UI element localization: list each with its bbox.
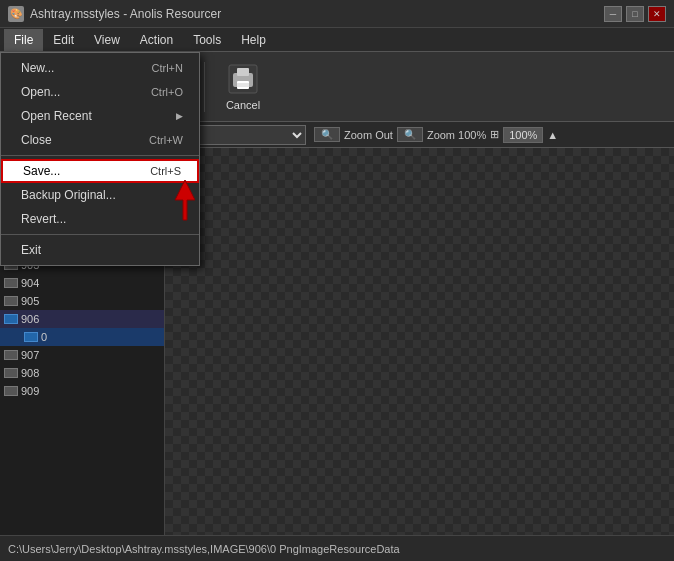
menu-save[interactable]: Save... Ctrl+S [1, 159, 199, 183]
zoom-out-button[interactable]: 🔍 [314, 127, 340, 142]
resource-icon [4, 368, 18, 378]
close-button[interactable]: ✕ [648, 6, 666, 22]
minimize-button[interactable]: ─ [604, 6, 622, 22]
new-shortcut: Ctrl+N [152, 62, 183, 74]
zoom-fit-icon: ⊞ [490, 128, 499, 141]
zoom-in-button[interactable]: 🔍 [397, 127, 423, 142]
zoom-percent: 100% [503, 127, 543, 143]
app-icon: 🎨 [8, 6, 24, 22]
resource-icon [4, 296, 18, 306]
window-title: Ashtray.msstyles - Anolis Resourcer [30, 7, 604, 21]
status-text: C:\Users\Jerry\Desktop\Ashtray.msstyles,… [8, 543, 400, 555]
list-item-906-0[interactable]: 0 [0, 328, 164, 346]
menu-view[interactable]: View [84, 29, 130, 51]
svg-rect-15 [237, 68, 249, 76]
list-item[interactable]: 908 [0, 364, 164, 382]
menu-separator-1 [1, 155, 199, 156]
menu-exit[interactable]: Exit [1, 238, 199, 262]
open-shortcut: Ctrl+O [151, 86, 183, 98]
save-shortcut: Ctrl+S [150, 165, 181, 177]
list-item-906[interactable]: 906 [0, 310, 164, 328]
menu-open[interactable]: Open... Ctrl+O [1, 80, 199, 104]
file-dropdown-menu: New... Ctrl+N Open... Ctrl+O Open Recent… [0, 52, 200, 266]
save-label: Save... [23, 164, 60, 178]
new-label: New... [21, 61, 54, 75]
menu-revert[interactable]: Revert... [1, 207, 199, 231]
resource-icon [4, 386, 18, 396]
image-viewer [165, 148, 674, 535]
cancel-button[interactable]: Cancel [213, 58, 273, 116]
list-item[interactable]: 904 [0, 274, 164, 292]
zoom-100-label: Zoom 100% [427, 129, 486, 141]
cancel-label: Cancel [226, 99, 260, 111]
status-bar: C:\Users\Jerry\Desktop\Ashtray.msstyles,… [0, 535, 674, 561]
zoom-scroll: ▲ [547, 129, 558, 141]
open-recent-label: Open Recent [21, 109, 92, 123]
checkerboard-background [165, 148, 674, 535]
menu-file[interactable]: File [4, 29, 43, 51]
cancel-icon [227, 63, 259, 95]
menu-close[interactable]: Close Ctrl+W [1, 128, 199, 152]
menu-help[interactable]: Help [231, 29, 276, 51]
zoom-out-label: Zoom Out [344, 129, 393, 141]
title-bar: 🎨 Ashtray.msstyles - Anolis Resourcer ─ … [0, 0, 674, 28]
resource-icon [24, 332, 38, 342]
resource-icon [4, 278, 18, 288]
restore-button[interactable]: □ [626, 6, 644, 22]
resource-icon [4, 314, 18, 324]
menu-open-recent[interactable]: Open Recent [1, 104, 199, 128]
close-shortcut: Ctrl+W [149, 134, 183, 146]
list-item[interactable]: 905 [0, 292, 164, 310]
close-label: Close [21, 133, 52, 147]
menu-edit[interactable]: Edit [43, 29, 84, 51]
menu-bar: File Edit View Action Tools Help [0, 28, 674, 52]
zoom-controls: 🔍 Zoom Out 🔍 Zoom 100% ⊞ 100% ▲ [314, 127, 558, 143]
menu-new[interactable]: New... Ctrl+N [1, 56, 199, 80]
list-item[interactable]: 909 [0, 382, 164, 400]
menu-tools[interactable]: Tools [183, 29, 231, 51]
backup-label: Backup Original... [21, 188, 116, 202]
list-item[interactable]: 907 [0, 346, 164, 364]
resource-icon [4, 350, 18, 360]
exit-label: Exit [21, 243, 41, 257]
window-controls: ─ □ ✕ [604, 6, 666, 22]
revert-label: Revert... [21, 212, 66, 226]
open-label: Open... [21, 85, 60, 99]
svg-rect-16 [237, 81, 249, 89]
menu-action[interactable]: Action [130, 29, 183, 51]
menu-backup[interactable]: Backup Original... [1, 183, 199, 207]
toolbar-separator [204, 62, 205, 112]
menu-separator-2 [1, 234, 199, 235]
